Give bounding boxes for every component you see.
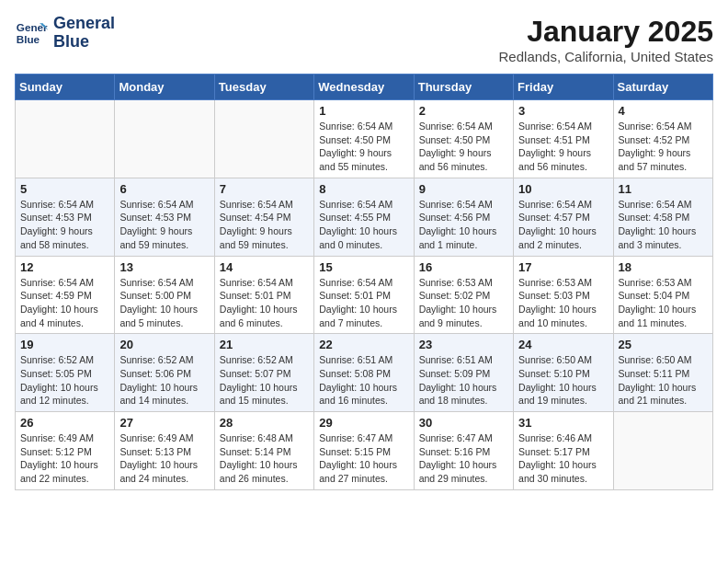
weekday-header-thursday: Thursday — [414, 75, 513, 100]
calendar-cell: 16Sunrise: 6:53 AMSunset: 5:02 PMDayligh… — [414, 256, 513, 334]
weekday-header-friday: Friday — [514, 75, 613, 100]
calendar-cell: 2Sunrise: 6:54 AMSunset: 4:50 PMDaylight… — [414, 100, 513, 178]
calendar-cell: 26Sunrise: 6:49 AMSunset: 5:12 PMDayligh… — [16, 412, 115, 490]
calendar-cell: 28Sunrise: 6:48 AMSunset: 5:14 PMDayligh… — [214, 412, 313, 490]
day-info: Sunrise: 6:53 AMSunset: 5:02 PMDaylight:… — [419, 276, 508, 330]
calendar-week-row: 1Sunrise: 6:54 AMSunset: 4:50 PMDaylight… — [16, 100, 713, 178]
day-info: Sunrise: 6:54 AMSunset: 4:55 PMDaylight:… — [319, 198, 408, 252]
calendar-table: SundayMondayTuesdayWednesdayThursdayFrid… — [15, 74, 713, 490]
day-info: Sunrise: 6:52 AMSunset: 5:06 PMDaylight:… — [119, 353, 209, 408]
day-info: Sunrise: 6:50 AMSunset: 5:11 PMDaylight:… — [619, 353, 708, 408]
day-number: 26 — [20, 416, 109, 430]
day-info: Sunrise: 6:49 AMSunset: 5:12 PMDaylight:… — [20, 431, 109, 486]
weekday-header-saturday: Saturday — [613, 75, 712, 100]
day-number: 11 — [619, 182, 708, 196]
calendar-cell: 20Sunrise: 6:52 AMSunset: 5:06 PMDayligh… — [115, 334, 214, 412]
calendar-week-row: 26Sunrise: 6:49 AMSunset: 5:12 PMDayligh… — [16, 412, 713, 490]
calendar-cell: 30Sunrise: 6:47 AMSunset: 5:16 PMDayligh… — [414, 412, 513, 490]
day-info: Sunrise: 6:53 AMSunset: 5:04 PMDaylight:… — [619, 276, 708, 330]
day-info: Sunrise: 6:47 AMSunset: 5:15 PMDaylight:… — [319, 431, 408, 486]
logo-name: General Blue — [53, 15, 115, 52]
calendar-week-row: 5Sunrise: 6:54 AMSunset: 4:53 PMDaylight… — [16, 178, 713, 256]
calendar-cell: 3Sunrise: 6:54 AMSunset: 4:51 PMDaylight… — [514, 100, 613, 178]
calendar-cell — [16, 100, 115, 178]
calendar-week-row: 19Sunrise: 6:52 AMSunset: 5:05 PMDayligh… — [16, 334, 713, 412]
day-info: Sunrise: 6:54 AMSunset: 4:59 PMDaylight:… — [20, 276, 109, 330]
calendar-cell: 1Sunrise: 6:54 AMSunset: 4:50 PMDaylight… — [314, 100, 414, 178]
day-number: 15 — [319, 260, 408, 274]
calendar-cell: 18Sunrise: 6:53 AMSunset: 5:04 PMDayligh… — [613, 256, 712, 334]
day-number: 14 — [220, 260, 309, 274]
day-number: 6 — [119, 182, 209, 196]
day-number: 3 — [518, 104, 608, 118]
calendar-cell: 13Sunrise: 6:54 AMSunset: 5:00 PMDayligh… — [115, 256, 214, 334]
day-number: 16 — [419, 260, 508, 274]
calendar-cell: 12Sunrise: 6:54 AMSunset: 4:59 PMDayligh… — [16, 256, 115, 334]
svg-text:General: General — [17, 21, 48, 33]
svg-text:Blue: Blue — [17, 33, 40, 45]
calendar-cell: 25Sunrise: 6:50 AMSunset: 5:11 PMDayligh… — [613, 334, 712, 412]
day-number: 9 — [419, 182, 508, 196]
day-number: 8 — [319, 182, 408, 196]
calendar-cell: 11Sunrise: 6:54 AMSunset: 4:58 PMDayligh… — [613, 178, 712, 256]
calendar-cell: 17Sunrise: 6:53 AMSunset: 5:03 PMDayligh… — [514, 256, 613, 334]
day-number: 22 — [319, 338, 408, 351]
day-info: Sunrise: 6:54 AMSunset: 4:53 PMDaylight:… — [119, 198, 209, 252]
calendar-cell: 21Sunrise: 6:52 AMSunset: 5:07 PMDayligh… — [214, 334, 313, 412]
calendar-cell: 31Sunrise: 6:46 AMSunset: 5:17 PMDayligh… — [514, 412, 613, 490]
day-info: Sunrise: 6:54 AMSunset: 4:50 PMDaylight:… — [419, 120, 508, 174]
weekday-header-sunday: Sunday — [16, 75, 115, 100]
calendar-cell: 29Sunrise: 6:47 AMSunset: 5:15 PMDayligh… — [314, 412, 414, 490]
day-info: Sunrise: 6:54 AMSunset: 4:51 PMDaylight:… — [518, 120, 608, 174]
page-header: General Blue General Blue January 2025 R… — [15, 15, 713, 64]
day-number: 2 — [419, 104, 508, 118]
day-info: Sunrise: 6:51 AMSunset: 5:09 PMDaylight:… — [419, 353, 508, 408]
calendar-cell — [214, 100, 313, 178]
day-number: 12 — [20, 260, 109, 274]
calendar-cell: 22Sunrise: 6:51 AMSunset: 5:08 PMDayligh… — [314, 334, 414, 412]
day-number: 24 — [518, 338, 608, 351]
weekday-header-row: SundayMondayTuesdayWednesdayThursdayFrid… — [16, 75, 713, 100]
day-number: 27 — [119, 416, 209, 430]
weekday-header-tuesday: Tuesday — [214, 75, 313, 100]
day-info: Sunrise: 6:54 AMSunset: 4:52 PMDaylight:… — [619, 120, 708, 174]
title-block: January 2025 Redlands, California, Unite… — [499, 15, 713, 64]
day-info: Sunrise: 6:47 AMSunset: 5:16 PMDaylight:… — [419, 431, 508, 486]
day-info: Sunrise: 6:50 AMSunset: 5:10 PMDaylight:… — [518, 353, 608, 408]
calendar-body: 1Sunrise: 6:54 AMSunset: 4:50 PMDaylight… — [16, 100, 713, 490]
calendar-title: January 2025 — [499, 15, 713, 49]
day-info: Sunrise: 6:54 AMSunset: 5:01 PMDaylight:… — [220, 276, 309, 330]
day-number: 28 — [220, 416, 309, 430]
day-number: 13 — [119, 260, 209, 274]
calendar-cell — [613, 412, 712, 490]
day-info: Sunrise: 6:54 AMSunset: 4:50 PMDaylight:… — [319, 120, 408, 174]
day-number: 1 — [319, 104, 408, 118]
day-info: Sunrise: 6:53 AMSunset: 5:03 PMDaylight:… — [518, 276, 608, 330]
calendar-cell: 19Sunrise: 6:52 AMSunset: 5:05 PMDayligh… — [16, 334, 115, 412]
calendar-header: SundayMondayTuesdayWednesdayThursdayFrid… — [16, 75, 713, 100]
day-info: Sunrise: 6:49 AMSunset: 5:13 PMDaylight:… — [119, 431, 209, 486]
calendar-cell: 24Sunrise: 6:50 AMSunset: 5:10 PMDayligh… — [514, 334, 613, 412]
calendar-cell: 5Sunrise: 6:54 AMSunset: 4:53 PMDaylight… — [16, 178, 115, 256]
day-info: Sunrise: 6:54 AMSunset: 4:57 PMDaylight:… — [518, 198, 608, 252]
day-number: 7 — [220, 182, 309, 196]
calendar-cell: 14Sunrise: 6:54 AMSunset: 5:01 PMDayligh… — [214, 256, 313, 334]
day-number: 25 — [619, 338, 708, 351]
day-info: Sunrise: 6:46 AMSunset: 5:17 PMDaylight:… — [518, 431, 608, 486]
day-info: Sunrise: 6:54 AMSunset: 5:01 PMDaylight:… — [319, 276, 408, 330]
day-number: 17 — [518, 260, 608, 274]
day-info: Sunrise: 6:51 AMSunset: 5:08 PMDaylight:… — [319, 353, 408, 408]
day-info: Sunrise: 6:48 AMSunset: 5:14 PMDaylight:… — [220, 431, 309, 486]
logo-icon: General Blue — [15, 17, 48, 50]
day-number: 30 — [419, 416, 508, 430]
calendar-cell: 6Sunrise: 6:54 AMSunset: 4:53 PMDaylight… — [115, 178, 214, 256]
calendar-cell: 27Sunrise: 6:49 AMSunset: 5:13 PMDayligh… — [115, 412, 214, 490]
calendar-cell: 4Sunrise: 6:54 AMSunset: 4:52 PMDaylight… — [613, 100, 712, 178]
day-info: Sunrise: 6:54 AMSunset: 4:54 PMDaylight:… — [220, 198, 309, 252]
day-number: 21 — [220, 338, 309, 351]
calendar-week-row: 12Sunrise: 6:54 AMSunset: 4:59 PMDayligh… — [16, 256, 713, 334]
day-info: Sunrise: 6:52 AMSunset: 5:05 PMDaylight:… — [20, 353, 109, 408]
calendar-cell: 8Sunrise: 6:54 AMSunset: 4:55 PMDaylight… — [314, 178, 414, 256]
day-number: 4 — [619, 104, 708, 118]
calendar-cell: 9Sunrise: 6:54 AMSunset: 4:56 PMDaylight… — [414, 178, 513, 256]
